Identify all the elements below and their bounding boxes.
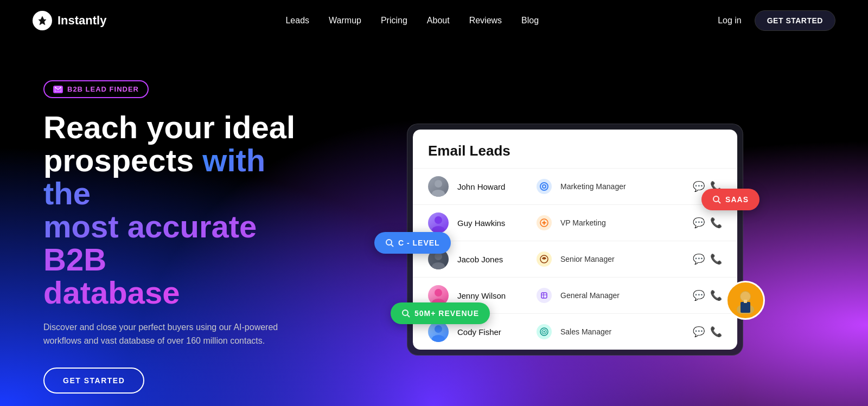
logo-icon <box>33 11 52 30</box>
hero-left: B2B LEAD FINDER Reach your idealprospect… <box>43 80 326 394</box>
login-button[interactable]: Log in <box>718 16 742 25</box>
avatar <box>428 176 449 197</box>
svg-point-28 <box>432 335 445 342</box>
card-title: Email Leads <box>413 130 737 168</box>
svg-point-15 <box>542 185 546 188</box>
lead-actions: 💬 📞 <box>693 326 722 338</box>
chat-icon[interactable]: 💬 <box>693 181 705 192</box>
lead-role: Senior Manager <box>560 255 684 263</box>
revenue-badge: 50M+ REVENUE <box>391 302 490 324</box>
phone-icon[interactable]: 📞 <box>710 217 722 229</box>
hero-description: Discover and close your perfect buyers u… <box>43 320 282 348</box>
company-icon <box>537 215 552 230</box>
c-level-label: C - LEVEL <box>398 239 440 247</box>
nav-link-about[interactable]: About <box>427 16 450 25</box>
svg-point-19 <box>543 222 545 224</box>
avatar <box>428 212 449 233</box>
brand-name: Instantly <box>58 14 106 28</box>
svg-rect-26 <box>541 293 547 298</box>
company-icon <box>537 252 552 267</box>
lead-actions: 💬 📞 <box>693 217 722 229</box>
chat-icon[interactable]: 💬 <box>693 289 705 301</box>
lead-name: Jacob Jones <box>457 255 528 264</box>
svg-point-12 <box>435 180 442 188</box>
svg-point-1 <box>386 240 392 245</box>
phone-icon[interactable]: 📞 <box>710 289 722 301</box>
nav-link-reviews[interactable]: Reviews <box>469 16 502 25</box>
phone-icon[interactable]: 📞 <box>710 326 722 338</box>
svg-point-21 <box>432 262 445 269</box>
navbar: Instantly Leads Warmup Pricing About Rev… <box>0 0 868 41</box>
svg-point-13 <box>432 190 445 197</box>
envelope-icon <box>53 86 63 93</box>
hero-section: B2B LEAD FINDER Reach your idealprospect… <box>0 41 868 406</box>
svg-point-23 <box>543 257 545 260</box>
float-avatar <box>726 281 765 320</box>
svg-line-6 <box>407 315 410 317</box>
lead-name: Cody Fisher <box>457 327 528 337</box>
svg-line-2 <box>391 244 393 247</box>
chat-icon[interactable]: 💬 <box>693 253 705 265</box>
company-icon <box>537 288 552 303</box>
lead-actions: 💬 📞 <box>693 289 722 301</box>
saas-label: SAAS <box>725 195 749 204</box>
c-level-badge: C - LEVEL <box>374 232 451 254</box>
nav-link-leads[interactable]: Leads <box>285 16 309 25</box>
chat-icon[interactable]: 💬 <box>693 217 705 229</box>
lead-role: Marketing Manager <box>560 182 684 191</box>
svg-point-27 <box>435 325 442 333</box>
saas-badge: SAAS <box>701 189 760 210</box>
svg-point-3 <box>713 196 719 202</box>
b2b-badge: B2B LEAD FINDER <box>43 80 149 98</box>
revenue-label: 50M+ REVENUE <box>414 309 479 318</box>
table-row: John Howard Marketing Manager 💬 📞 <box>413 168 737 204</box>
nav-link-warmup[interactable]: Warmup <box>329 16 361 25</box>
lead-name: Jenny Wilson <box>457 291 528 300</box>
hero-headline: Reach your idealprospects with themost a… <box>43 111 304 309</box>
nav-get-started-button[interactable]: GET STARTED <box>755 10 835 31</box>
avatar <box>428 321 449 342</box>
lead-name: Guy Hawkins <box>457 218 528 228</box>
nav-link-blog[interactable]: Blog <box>521 16 539 25</box>
lead-name: John Howard <box>457 182 528 191</box>
badge-label: B2B LEAD FINDER <box>67 85 139 93</box>
lead-role: Sales Manager <box>560 327 684 336</box>
svg-point-24 <box>435 289 442 297</box>
nav-link-pricing[interactable]: Pricing <box>381 16 407 25</box>
svg-rect-11 <box>744 300 747 303</box>
svg-point-16 <box>435 216 442 224</box>
lead-role: VP Marketing <box>560 218 684 227</box>
nav-right: Log in GET STARTED <box>718 10 835 31</box>
svg-rect-10 <box>741 302 750 313</box>
chat-icon[interactable]: 💬 <box>693 326 705 338</box>
nav-links: Leads Warmup Pricing About Reviews Blog <box>285 16 539 25</box>
hero-get-started-button[interactable]: GET STARTED <box>43 368 144 394</box>
lead-role: General Manager <box>560 291 684 300</box>
table-row: Jacob Jones Senior Manager 💬 📞 <box>413 241 737 277</box>
logo[interactable]: Instantly <box>33 11 106 30</box>
table-row: Guy Hawkins VP Marketing 💬 📞 <box>413 204 737 241</box>
lead-actions: 💬 📞 <box>693 253 722 265</box>
hero-right: C - LEVEL SAAS 50M+ REVENUE <box>326 118 825 356</box>
phone-icon[interactable]: 📞 <box>710 253 722 265</box>
company-icon <box>537 179 552 194</box>
svg-point-20 <box>435 253 442 260</box>
svg-point-31 <box>544 331 545 333</box>
svg-point-5 <box>403 310 408 315</box>
company-icon <box>537 324 552 339</box>
svg-point-14 <box>540 183 548 190</box>
card-wrap: C - LEVEL SAAS 50M+ REVENUE <box>407 124 743 356</box>
svg-line-4 <box>718 201 720 203</box>
